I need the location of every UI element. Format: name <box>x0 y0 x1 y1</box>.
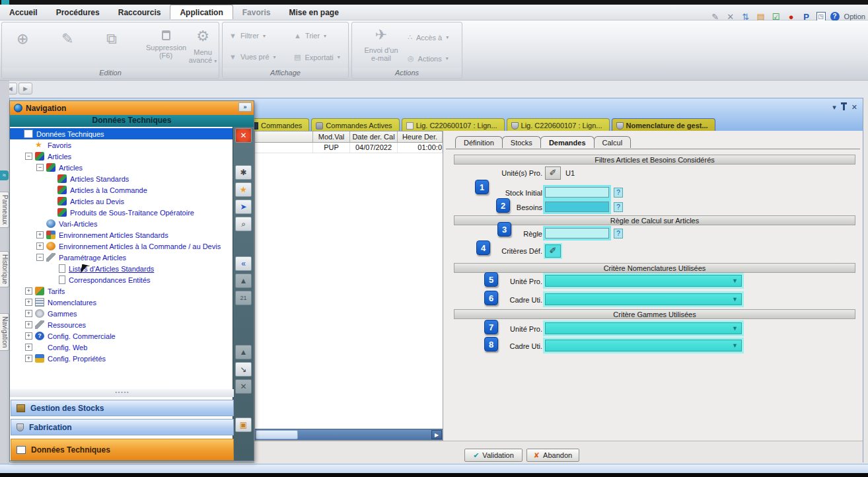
tree-item[interactable]: Listes d'Articles Standards <box>10 263 234 274</box>
regle-input[interactable] <box>545 228 609 238</box>
scrollbar-right-arrow[interactable]: ▶ <box>431 430 442 439</box>
collapsed-panel-icon[interactable]: ≈ <box>0 170 9 180</box>
expand-icon[interactable]: + <box>36 231 44 238</box>
tree-item[interactable]: +Config. Propriétés <box>10 353 234 364</box>
form-tab-demandes[interactable]: Demandes <box>540 136 595 148</box>
tree-item[interactable]: +Config. Web <box>10 342 234 353</box>
tree-item[interactable]: −Paramétrage Articles <box>10 252 234 263</box>
module-bar-gestion-des-stocks[interactable]: Gestion des Stocks <box>11 400 234 416</box>
grid-body[interactable]: PUP04/07/202201:00:0 <box>255 143 443 153</box>
access-to-button[interactable]: ∴Accès à▾ <box>408 33 449 42</box>
tree-item[interactable]: Produits de Sous-Traitance Opératoire <box>10 207 234 218</box>
nom-cadre-select[interactable]: ▼ <box>545 293 742 305</box>
tree-item[interactable]: Articles à la Commande <box>10 184 234 196</box>
expand-panel-button[interactable]: » <box>238 102 252 112</box>
expand-icon[interactable]: + <box>36 242 44 250</box>
abandon-button[interactable]: ✘Abandon <box>526 449 579 462</box>
side-tab-historique[interactable]: Historique <box>0 251 9 287</box>
tree-item[interactable]: −Articles <box>10 151 234 162</box>
edit-icon[interactable]: ✎ <box>61 30 73 48</box>
tree-item[interactable]: Articles au Devis <box>10 196 234 207</box>
move-up-icon[interactable]: ▲ <box>235 274 252 288</box>
regle-help-button[interactable]: ? <box>614 229 623 238</box>
document-tab[interactable]: Lig. C220600107 : Lign... <box>402 118 505 131</box>
panel-splitter[interactable]: ▪ ▪ ▪ ▪ ▪ <box>10 389 234 397</box>
expand-icon[interactable]: + <box>25 355 32 362</box>
collapse-icon[interactable]: − <box>36 164 44 171</box>
copy-icon[interactable]: ⧉ <box>106 30 117 48</box>
document-tab[interactable]: Nomenclature de gest... <box>612 118 715 131</box>
expand-icon[interactable]: + <box>25 310 32 317</box>
preset-views-button[interactable]: ▼Vues pré▾ <box>229 53 276 61</box>
collapse-icon[interactable]: − <box>25 153 32 160</box>
document-tab[interactable]: Lig. C220600107 : Lign... <box>507 118 610 131</box>
option-label[interactable]: Option <box>844 13 865 20</box>
module-bar-données-techniques[interactable]: Données Techniques <box>11 439 234 460</box>
help-icon[interactable]: ? <box>830 12 840 21</box>
move-up-2-icon[interactable]: ▲ <box>235 345 252 359</box>
column-header[interactable]: Heure Der. <box>398 131 443 142</box>
module-bar-fabrication[interactable]: Fabrication <box>11 419 234 435</box>
expand-icon[interactable]: + <box>25 332 32 340</box>
expand-icon[interactable]: + <box>25 321 32 328</box>
tree-item[interactable]: +Environnement Articles à la Commande / … <box>10 240 234 252</box>
column-header[interactable]: Mod.Val <box>313 131 350 142</box>
tree-item[interactable]: Données Techniques <box>10 128 234 139</box>
ribbon-tab-application[interactable]: Application <box>170 5 233 19</box>
horizontal-scrollbar[interactable]: ▶ <box>255 429 443 440</box>
side-tab-navigation[interactable]: Navigation <box>0 313 9 351</box>
tree-item[interactable]: +Nomenclatures <box>10 297 234 308</box>
unites-pro-picker-button[interactable]: ✐ <box>545 166 561 180</box>
ribbon-tab-accueil[interactable]: Accueil <box>0 5 47 19</box>
actions-button[interactable]: ◎Actions▾ <box>408 54 449 63</box>
ribbon-tab-procédures[interactable]: Procédures <box>47 5 109 19</box>
tree-item[interactable]: +Environnement Articles Standards <box>10 229 234 240</box>
gam-unite-select[interactable]: ▼ <box>545 322 742 334</box>
tree-item[interactable]: Correspondances Entités <box>10 274 234 285</box>
assign-icon[interactable]: ↘ <box>235 362 252 377</box>
document-tab[interactable]: Commandes <box>246 118 309 131</box>
form-tab-calcul[interactable]: Calcul <box>594 136 632 148</box>
collapse-icon[interactable]: − <box>36 254 44 261</box>
sort-button[interactable]: ▲Trier▾ <box>294 32 326 40</box>
search-icon[interactable]: ⌕ <box>235 217 252 231</box>
advanced-menu-button[interactable]: ⚙ Menuavancé ▾ <box>188 28 217 65</box>
form-tab-définition[interactable]: Définition <box>455 136 503 148</box>
tree-item[interactable]: Vari-Articles <box>10 218 234 229</box>
navigation-panel-titlebar[interactable]: Navigation <box>10 101 254 115</box>
nom-unite-select[interactable]: ▼ <box>545 275 742 287</box>
delete-icon[interactable]: ✕ <box>235 379 252 394</box>
side-tab-panneaux[interactable]: Panneaux <box>0 192 9 228</box>
tree-item[interactable]: +Tarifs <box>10 285 234 297</box>
stock-initial-input[interactable] <box>545 187 609 198</box>
pointer-icon[interactable]: ➤ <box>235 200 252 214</box>
ribbon-tab-mise-en-page[interactable]: Mise en page <box>279 5 347 19</box>
new-window-icon[interactable]: ◳ <box>816 12 826 21</box>
tree-item[interactable]: ★Favoris <box>10 139 234 151</box>
tree-item[interactable]: +Ressources <box>10 319 234 330</box>
delete-button[interactable]: Suppression(F6) <box>146 28 186 59</box>
pane-menu-icon[interactable]: ▾ <box>832 103 836 112</box>
add-icon[interactable]: ⊕ <box>17 30 28 48</box>
close-icon[interactable]: ✕ <box>235 128 252 143</box>
close-pane-icon[interactable]: ✕ <box>851 103 857 112</box>
besoins-help-button[interactable]: ? <box>614 202 623 212</box>
settings-icon[interactable]: ✱ <box>235 165 252 180</box>
document-tab[interactable]: Commandes Actives <box>311 118 399 131</box>
column-header[interactable] <box>255 131 313 142</box>
send-email-button[interactable]: ✈ Envoi d'une-mail <box>360 26 402 62</box>
tree-item[interactable]: −Articles <box>10 162 234 173</box>
collapse-all-icon[interactable]: « <box>235 256 252 271</box>
besoins-input[interactable] <box>545 202 609 212</box>
tree-item[interactable]: +Gammes <box>10 308 234 319</box>
criteres-def-picker-button[interactable]: ✐ <box>545 244 561 258</box>
filter-button[interactable]: ▼Filtrer▾ <box>229 32 266 40</box>
favorites-icon[interactable]: ★ <box>235 182 252 197</box>
tree-item[interactable]: +?Config. Commerciale <box>10 330 234 342</box>
forward-button[interactable]: ► <box>18 83 32 94</box>
expand-icon[interactable]: + <box>25 344 32 351</box>
expand-icon[interactable]: + <box>25 299 32 306</box>
table-row[interactable]: PUP04/07/202201:00:0 <box>255 143 443 153</box>
ribbon-tab-favoris[interactable]: Favoris <box>233 5 280 19</box>
scrollbar-thumb[interactable] <box>256 430 298 439</box>
